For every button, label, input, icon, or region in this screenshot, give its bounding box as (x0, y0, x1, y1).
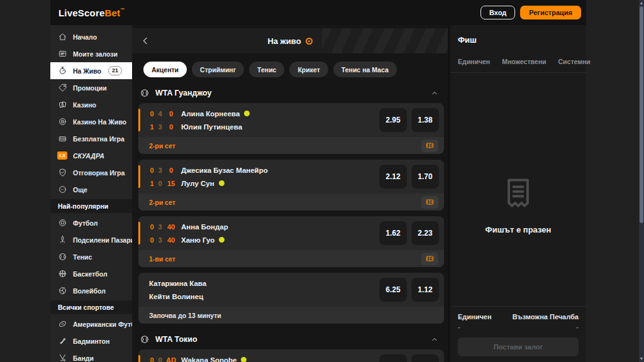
sidebar-item-label: Волейбол (73, 287, 106, 295)
player-name: Анна Бондар (181, 223, 228, 231)
player-name: Алина Корнеева (181, 110, 240, 118)
score-points: 15 (165, 180, 177, 187)
volleyball-icon (58, 286, 67, 295)
odds-button-home[interactable]: 6.25 (379, 278, 407, 302)
player-name: Джесика Бузас Манейро (181, 167, 268, 174)
sidebar-item-squadra[interactable]: LS СКУАДРА (50, 147, 132, 164)
player-row: 030 Джесика Бузас Манейро (149, 165, 379, 175)
odds-button-home[interactable]: 1.62 (379, 221, 407, 245)
match-rows[interactable]: Катаржина Кава Кейти Волинец 6.25 1.12 (138, 273, 444, 307)
sidebar-item-football[interactable]: Футбол (50, 214, 132, 231)
page-scrollbar[interactable]: ▲ ▼ (639, 0, 644, 362)
odds-button-away[interactable]: 1.12 (411, 278, 439, 302)
betslip-tabs: Единичен Множествени Системни (458, 58, 579, 72)
competition-header[interactable]: WTA Токио (140, 334, 439, 344)
score-sets: 0 (149, 110, 155, 118)
sidebar-item-casino[interactable]: Казино (50, 96, 132, 113)
responsible-icon (58, 168, 67, 177)
tab-cricket[interactable]: Крикет (289, 62, 328, 77)
court-tracker-button[interactable] (421, 253, 438, 265)
competition-header[interactable]: WTA Гуанджоу (140, 88, 439, 98)
badminton-icon (58, 336, 67, 346)
player-row: 1015 Лулу Сун (149, 178, 379, 188)
football-icon (58, 218, 67, 228)
sidebar-item-boosted-markets[interactable]: Подсилени Пазари (50, 231, 132, 248)
sidebar-item-label: Банди (73, 354, 94, 362)
sidebar-item-more[interactable]: Още (50, 181, 132, 198)
sidebar-item-volleyball[interactable]: Волейбол (50, 282, 132, 299)
sidebar-item-free-game[interactable]: Безплатна Игра (50, 130, 132, 147)
american-football-icon (58, 319, 67, 329)
receipt-icon (498, 172, 538, 216)
sidebar-item-badminton[interactable]: Бадминтон (50, 332, 132, 349)
betslip-panel: Фиш Единичен Множествени Системни Фишът … (450, 25, 586, 362)
betslip-tab-single[interactable]: Единичен (458, 58, 490, 65)
odds-button-home[interactable]: 2.12 (379, 165, 407, 189)
betslip-title: Фиш (458, 35, 579, 45)
login-button[interactable]: Вход (480, 6, 515, 19)
app-container: LiveScoreBet™ Вход Регистрация Начало Мо… (50, 0, 586, 362)
scroll-up-arrow[interactable]: ▲ (639, 1, 644, 6)
player-row: 040 Алина Корнеева (149, 109, 379, 118)
sidebar-item-live-casino[interactable]: Казино На Живо (50, 113, 132, 130)
score-points: AD (165, 356, 177, 362)
match-rows[interactable]: 00AD Wakana Sonobe 0240 Никола Бартунков… (138, 349, 444, 362)
player-row: Катаржина Кава (149, 278, 379, 288)
sidebar-item-my-bets[interactable]: Моите залози (50, 45, 132, 62)
back-button[interactable] (140, 35, 151, 47)
odds-button-away[interactable]: 1.22 (411, 354, 439, 362)
sidebar-item-home[interactable]: Начало (50, 28, 132, 45)
tab-tennis[interactable]: Тенис (249, 62, 284, 77)
match-rows[interactable]: 0340 Анна Бондар 0340 Ханю Гуо 1.62 (138, 216, 444, 250)
sidebar-item-american-football[interactable]: Американски Футбол (50, 315, 132, 332)
tennis-icon (140, 334, 150, 344)
sidebar-item-responsible-gaming[interactable]: Отговорна Игра (50, 164, 132, 181)
live-header: На живо (132, 28, 448, 53)
single-value: - (458, 323, 460, 332)
odds-button-away[interactable]: 2.23 (411, 221, 439, 245)
score-games: 4 (157, 110, 163, 118)
sidebar-item-bandy[interactable]: Банди (50, 349, 132, 362)
score-games: 0 (157, 356, 163, 362)
match-rows[interactable]: 030 Джесика Бузас Манейро 1015 Лулу Сун … (138, 160, 444, 194)
odds-button-away[interactable]: 1.70 (411, 165, 439, 189)
place-bet-button[interactable]: Постави залог (458, 337, 579, 356)
betslip-tab-multiple[interactable]: Множествени (502, 58, 546, 65)
court-tracker-button[interactable] (421, 140, 438, 152)
sidebar-item-tennis[interactable]: Тенис (50, 248, 132, 265)
betslip-tab-system[interactable]: Системни (558, 58, 591, 65)
potential-winnings-value: - (576, 323, 579, 332)
live-indicator-bar (138, 355, 140, 362)
back-icon (140, 35, 151, 47)
odds-button-home[interactable]: 4.10 (379, 354, 407, 362)
promotions-icon (58, 83, 67, 92)
collapse-button[interactable] (430, 335, 439, 344)
live-dot-icon (306, 38, 313, 45)
collapse-button[interactable] (430, 89, 439, 97)
player-row: 00AD Wakana Sonobe (149, 355, 379, 362)
free-game-icon (58, 134, 67, 143)
odds-button-home[interactable]: 2.95 (379, 108, 407, 132)
match-rows[interactable]: 040 Алина Корнеева 130 Юлия Путинцева 2.… (138, 103, 444, 137)
score-sets: 0 (149, 236, 155, 244)
scroll-down-arrow[interactable]: ▼ (639, 356, 644, 361)
scrollbar-thumb[interactable] (640, 6, 643, 223)
court-tracker-button[interactable] (421, 196, 438, 209)
score-points: 0 (165, 167, 177, 174)
brand-logo[interactable]: LiveScoreBet™ (58, 8, 125, 18)
sidebar-item-promotions[interactable]: Промоции (50, 79, 132, 96)
register-button[interactable]: Регистрация (520, 6, 581, 19)
main-content: На живо Акценти Стрийминг Тенис Крикет Т… (132, 25, 448, 362)
serving-indicator-icon (219, 180, 225, 186)
tab-highlights[interactable]: Акценти (143, 62, 187, 77)
sidebar-item-label: Промоции (73, 84, 107, 92)
tab-streaming[interactable]: Стрийминг (192, 62, 244, 77)
sidebar-item-basketball[interactable]: Баскетбол (50, 265, 132, 282)
tab-table-tennis[interactable]: Тенис на Маса (333, 62, 397, 77)
score-sets: 0 (149, 167, 155, 174)
player-name: Wakana Sonobe (181, 356, 236, 362)
logo-text-bet: Bet (105, 8, 121, 18)
casino-icon (58, 100, 67, 109)
odds-button-away[interactable]: 1.38 (411, 108, 439, 132)
sidebar-item-live[interactable]: На Живо 21 (50, 62, 132, 79)
